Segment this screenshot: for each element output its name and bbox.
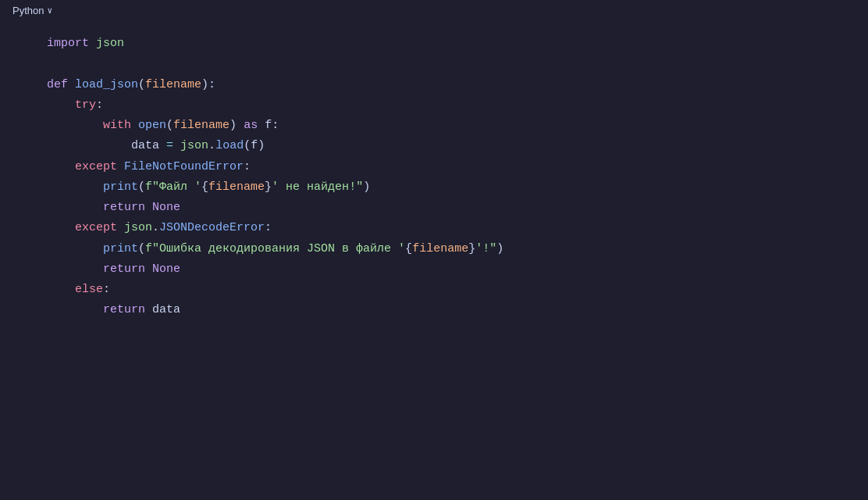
- code-line: def load_json(filename):: [47, 75, 868, 95]
- code-line: import json: [47, 34, 868, 54]
- code-line: return data: [47, 300, 868, 320]
- code-line: except FileNotFoundError:: [47, 157, 868, 177]
- editor-container: Python ∨ import json def load_json(filen…: [0, 0, 868, 500]
- code-line: with open(filename) as f:: [47, 116, 868, 136]
- code-line: return None: [47, 259, 868, 280]
- code-line: data = json.load(f): [47, 136, 868, 156]
- code-line: print(f"Файл '{filename}' не найден!"): [47, 177, 868, 198]
- code-line: else:: [47, 280, 868, 300]
- language-label: Python: [12, 5, 44, 16]
- language-bar[interactable]: Python ∨: [0, 0, 868, 21]
- code-line: print(f"Ошибка декодирования JSON в файл…: [47, 239, 868, 259]
- code-line: except json.JSONDecodeError:: [47, 218, 868, 238]
- chevron-down-icon: ∨: [47, 5, 52, 16]
- code-line: try:: [47, 95, 868, 116]
- code-line: [47, 54, 868, 74]
- code-line: return None: [47, 198, 868, 218]
- code-area: import json def load_json(filename): try…: [0, 21, 868, 334]
